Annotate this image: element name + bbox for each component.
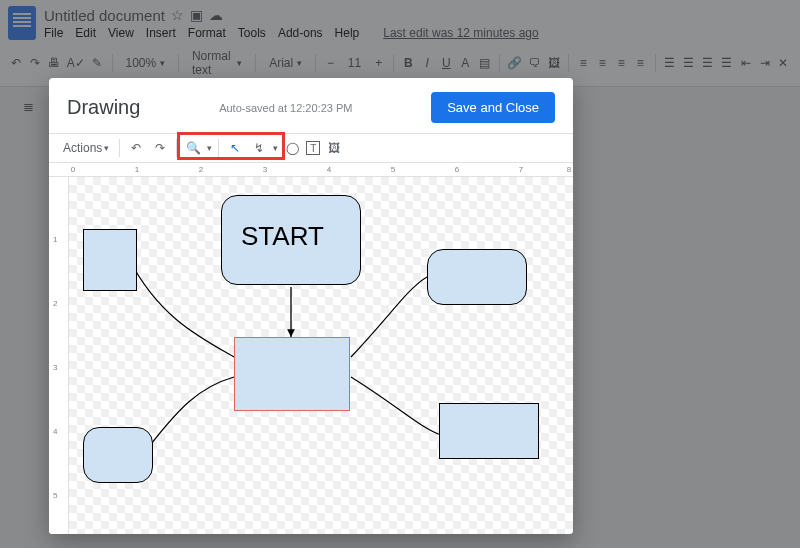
ruler-tick: 6 (455, 165, 459, 174)
dialog-header: Drawing Auto-saved at 12:20:23 PM Save a… (49, 78, 573, 133)
dialog-title: Drawing (67, 96, 140, 119)
caret-icon: ▾ (207, 143, 212, 153)
caret-icon: ▾ (104, 143, 109, 153)
shape-tool-icon[interactable]: ◯ (282, 138, 302, 158)
caret-icon: ▾ (273, 143, 278, 153)
shape-left-bottom[interactable] (83, 427, 153, 483)
ruler-tick: 0 (71, 165, 75, 174)
drawing-dialog: Drawing Auto-saved at 12:20:23 PM Save a… (49, 78, 573, 534)
actions-dropdown[interactable]: Actions▾ (59, 139, 113, 157)
line-tool-icon[interactable]: ↯ (249, 138, 269, 158)
shape-start-label: START (241, 221, 324, 252)
shape-left-top[interactable] (83, 229, 137, 291)
shape-center-selected[interactable] (234, 337, 350, 411)
ruler-tick: 4 (327, 165, 331, 174)
drawing-vertical-ruler: 1 2 3 4 5 (49, 177, 69, 534)
ruler-tick: 5 (53, 491, 57, 500)
ruler-tick: 4 (53, 427, 57, 436)
ruler-tick: 2 (199, 165, 203, 174)
zoom-icon[interactable]: 🔍 (183, 138, 203, 158)
ruler-tick: 3 (263, 165, 267, 174)
shape-right-top[interactable] (427, 249, 527, 305)
drawing-canvas[interactable]: 1 2 3 4 5 START (49, 177, 573, 534)
undo-icon[interactable]: ↶ (126, 138, 146, 158)
drawing-toolbar: Actions▾ ↶ ↷ 🔍 ▾ ↖ ↯ ▾ ◯ T 🖼 (49, 133, 573, 163)
separator (119, 139, 120, 157)
ruler-tick: 3 (53, 363, 57, 372)
ruler-tick: 1 (53, 235, 57, 244)
separator (176, 139, 177, 157)
ruler-tick: 2 (53, 299, 57, 308)
separator (218, 139, 219, 157)
redo-icon[interactable]: ↷ (150, 138, 170, 158)
ruler-tick: 7 (519, 165, 523, 174)
ruler-tick: 8 (567, 165, 571, 174)
ruler-tick: 1 (135, 165, 139, 174)
ruler-tick: 5 (391, 165, 395, 174)
select-tool-icon[interactable]: ↖ (225, 138, 245, 158)
autosave-status: Auto-saved at 12:20:23 PM (219, 102, 352, 114)
textbox-tool-icon[interactable]: T (306, 141, 320, 155)
shape-right-bottom[interactable] (439, 403, 539, 459)
image-tool-icon[interactable]: 🖼 (324, 138, 344, 158)
save-and-close-button[interactable]: Save and Close (431, 92, 555, 123)
drawing-horizontal-ruler: 0 1 2 3 4 5 6 7 8 (49, 163, 573, 177)
actions-label: Actions (63, 141, 102, 155)
